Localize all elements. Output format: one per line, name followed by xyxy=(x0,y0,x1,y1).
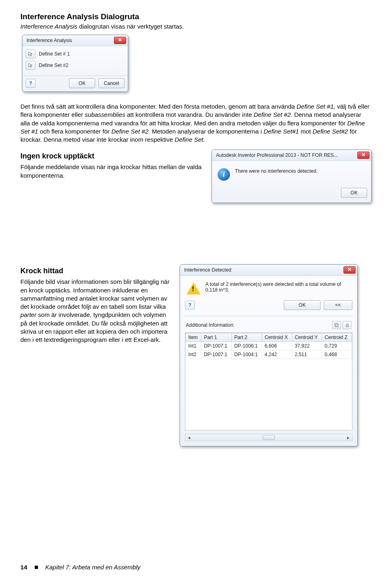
page-heading: Interference Analysis Dialogruta xyxy=(20,12,372,21)
scroll-thumb[interactable] xyxy=(263,435,275,440)
close-button[interactable]: ✕ xyxy=(343,266,356,274)
body-paragraph: Det finns två sätt att kontrollera dina … xyxy=(20,103,372,144)
table-row[interactable]: Int1 DP-1007:1 DP-1006:1 6,606 37,922 0,… xyxy=(186,342,352,350)
cursor-icon xyxy=(28,51,33,56)
ok-button[interactable]: OK xyxy=(284,300,321,310)
dialog-titlebar[interactable]: Interference Detected ✕ xyxy=(180,265,357,276)
page-subtitle: Interference Analysis dialogrutan visas … xyxy=(20,23,372,30)
close-button[interactable]: ✕ xyxy=(357,152,370,159)
scroll-right-icon[interactable]: ► xyxy=(345,434,352,441)
no-interference-dialog: Autodesk Inventor Professional 2013 - NO… xyxy=(212,149,372,203)
cancel-button[interactable]: Cancel xyxy=(98,78,125,88)
interference-table: Item Part 1 Part 2 Centroid X Centroid Y… xyxy=(185,333,352,359)
dialog-footer: OK xyxy=(212,185,371,203)
interference-detected-dialog: Interference Detected ✕ A total of 2 int… xyxy=(180,264,358,446)
help-button[interactable]: ? xyxy=(185,301,195,310)
define-set-1-row: Define Set # 1 xyxy=(26,49,125,58)
dialog-title: Autodesk Inventor Professional 2013 - NO… xyxy=(216,152,338,158)
dialog-title: Interference Analysis xyxy=(27,38,72,43)
separator xyxy=(184,316,353,316)
dialog-body: i There were no interferences detected. xyxy=(212,161,371,185)
subtitle-em: Interference Analysis xyxy=(20,23,78,30)
col-part2[interactable]: Part 2 xyxy=(232,333,262,342)
table-header-row: Item Part 1 Part 2 Centroid X Centroid Y… xyxy=(186,333,352,342)
select-set1-button[interactable] xyxy=(26,49,36,58)
interference-analysis-dialog: Interference Analysis ✕ Define Set # 1 D… xyxy=(22,35,128,92)
col-part1[interactable]: Part 1 xyxy=(201,333,232,342)
table-row[interactable]: Int2 DP-1007:1 DP-1004:1 4,242 2,511 0,4… xyxy=(186,350,352,359)
message-text: There were no interferences detected. xyxy=(235,168,318,174)
dialog-summary-area: A total of 2 interference(s) were detect… xyxy=(180,276,357,299)
page-number: 14 xyxy=(20,564,27,571)
ok-button[interactable]: OK xyxy=(341,188,367,198)
chapter-label: Kapitel 7: Arbeta med en Assembly xyxy=(45,564,140,571)
collision-found-heading: Krock hittad xyxy=(20,267,172,275)
col-centroid-y[interactable]: Centroid Y xyxy=(292,333,322,342)
no-collision-heading: Ingen krock upptäckt xyxy=(20,152,202,161)
additional-info-label: Additional Information: xyxy=(186,322,234,328)
dialog-titlebar[interactable]: Interference Analysis ✕ xyxy=(22,35,128,46)
collapse-button[interactable]: << xyxy=(324,300,352,310)
define-set-2-label: Define Set #2 xyxy=(39,62,69,68)
no-collision-body: Följande meddelande visas när inga krock… xyxy=(20,163,202,180)
help-button[interactable]: ? xyxy=(26,79,36,88)
ok-button[interactable]: OK xyxy=(69,78,95,88)
scroll-left-icon[interactable]: ◄ xyxy=(186,434,192,441)
select-set2-button[interactable] xyxy=(26,61,36,70)
interference-table-container: Item Part 1 Part 2 Centroid X Centroid Y… xyxy=(185,332,352,430)
page-footer: 14 Kapitel 7: Arbeta med en Assembly xyxy=(20,564,140,571)
horizontal-scrollbar[interactable]: ◄ ► xyxy=(185,434,352,441)
dialog-toolbar: ? OK << xyxy=(180,299,357,314)
dialog-title: Interference Detected xyxy=(184,267,231,273)
dialog-footer: ? OK Cancel xyxy=(22,76,128,91)
subtitle-rest: dialogrutan visas när verktyget startas. xyxy=(78,23,184,30)
define-set-1-label: Define Set # 1 xyxy=(39,51,70,57)
print-button[interactable]: ⎙ xyxy=(343,321,352,329)
col-item[interactable]: Item xyxy=(186,333,201,342)
info-icon: i xyxy=(218,168,230,181)
close-button[interactable]: ✕ xyxy=(114,37,126,44)
define-set-2-row: Define Set #2 xyxy=(26,61,125,70)
warning-icon xyxy=(187,282,200,294)
copy-button[interactable]: ⿻ xyxy=(332,321,341,329)
cursor-icon xyxy=(28,63,33,68)
collision-found-body: Följande bild visar informationen som bl… xyxy=(20,278,172,344)
col-centroid-x[interactable]: Centroid X xyxy=(262,333,292,342)
additional-info-row: Additional Information: ⿻ ⎙ xyxy=(180,318,357,331)
dialog-body: Define Set # 1 Define Set #2 xyxy=(22,46,128,76)
col-centroid-z[interactable]: Centroid Z xyxy=(322,333,352,342)
dialog-titlebar[interactable]: Autodesk Inventor Professional 2013 - NO… xyxy=(212,150,371,161)
summary-text: A total of 2 interference(s) were detect… xyxy=(205,281,351,293)
footer-bullet-icon xyxy=(35,566,38,569)
